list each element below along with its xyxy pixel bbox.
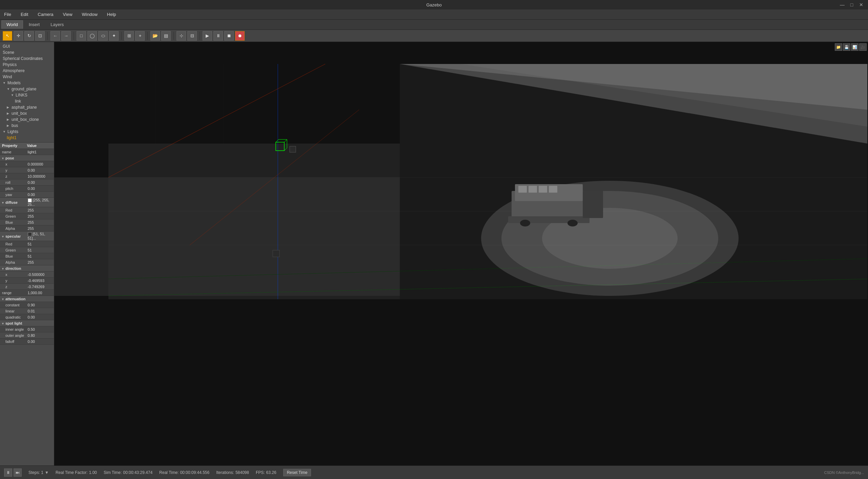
- rotate-tool-button[interactable]: ↻: [24, 31, 34, 41]
- prop-value-pose-z[interactable]: 10.000000: [27, 174, 54, 178]
- prop-name-dir-x: x: [1, 273, 27, 277]
- prop-value-yaw[interactable]: 0.00: [27, 193, 54, 197]
- menu-help[interactable]: Help: [105, 11, 118, 18]
- vp-screenshot-button[interactable]: 📊: [851, 43, 859, 51]
- prop-value-name[interactable]: light1: [27, 150, 54, 154]
- prop-value-diffuse-red[interactable]: 255: [27, 208, 54, 212]
- sphere-tool-button[interactable]: ◯: [87, 31, 97, 41]
- tree-item-unit-box-clone[interactable]: ▶ unit_box_clone: [0, 116, 54, 123]
- vp-save-button[interactable]: 💾: [843, 43, 850, 51]
- restore-button[interactable]: □: [848, 1, 855, 8]
- align-button[interactable]: ⊟: [187, 31, 197, 41]
- save-button[interactable]: ▤: [161, 31, 171, 41]
- prop-value-pose-x[interactable]: 0.000000: [27, 162, 54, 166]
- svg-rect-22: [539, 186, 547, 193]
- prop-name-specular-blue: Blue: [1, 254, 27, 258]
- redo-button[interactable]: →: [61, 31, 71, 41]
- prop-group-direction: ▼direction: [1, 266, 27, 270]
- snap-button[interactable]: ⊹: [177, 31, 186, 41]
- translate-tool-button[interactable]: ✛: [14, 31, 23, 41]
- undo-button[interactable]: ←: [50, 31, 60, 41]
- prop-value-quadratic[interactable]: 0.00: [27, 315, 54, 319]
- prop-group-attenuation: ▼attenuation: [1, 297, 27, 301]
- tree-item-unit-box[interactable]: ▶ unit_box: [0, 110, 54, 116]
- tree-item-spherical[interactable]: Spherical Coordinates: [0, 56, 54, 62]
- scale-tool-button[interactable]: ⊡: [35, 31, 45, 41]
- tree-item-wind[interactable]: Wind: [0, 74, 54, 80]
- menu-window[interactable]: Window: [80, 11, 100, 18]
- prop-row-pose[interactable]: ▼pose: [0, 155, 54, 161]
- window-controls: — □ ✕: [839, 0, 865, 9]
- toolbar-separator-4: [147, 32, 148, 40]
- prop-row-direction[interactable]: ▼direction: [0, 265, 54, 271]
- open-button[interactable]: 📂: [150, 31, 160, 41]
- prop-row-diffuse[interactable]: ▼diffuse [255, 255, 25...: [0, 198, 54, 207]
- menu-camera[interactable]: Camera: [36, 11, 55, 18]
- prop-value-dir-x[interactable]: -0.500000: [27, 273, 54, 277]
- box-tool-button[interactable]: □: [77, 31, 86, 41]
- reset-time-button[interactable]: Reset Time: [283, 469, 311, 476]
- tree-item-light1[interactable]: light1: [0, 135, 54, 141]
- prop-value-linear[interactable]: 0.01: [27, 309, 54, 313]
- prop-row-attenuation[interactable]: ▼attenuation: [0, 296, 54, 302]
- tree-item-gui[interactable]: GUI: [0, 43, 54, 49]
- pause-button[interactable]: ⏸: [213, 31, 223, 41]
- prop-value-range[interactable]: 1,000.00: [27, 291, 54, 295]
- tab-world[interactable]: World: [1, 20, 23, 29]
- measure-button[interactable]: ⌖: [135, 31, 145, 41]
- prop-value-dir-z[interactable]: -0.749269: [27, 285, 54, 289]
- prop-value-outer-angle[interactable]: 0.80: [27, 333, 54, 338]
- tree-item-physics[interactable]: Physics: [0, 62, 54, 68]
- tab-insert[interactable]: Insert: [24, 20, 45, 29]
- statusbar-pause-button[interactable]: ⏸: [4, 469, 12, 477]
- toolbar-separator-1: [47, 32, 48, 40]
- cylinder-tool-button[interactable]: ⬭: [98, 31, 108, 41]
- tree-item-atmosphere[interactable]: Atmosphere: [0, 68, 54, 74]
- toolbar-separator-6: [200, 32, 200, 40]
- prop-value-specular-blue[interactable]: 51: [27, 254, 54, 258]
- menu-edit[interactable]: Edit: [19, 11, 30, 18]
- minimize-button[interactable]: —: [839, 1, 846, 8]
- tree-item-scene[interactable]: Scene: [0, 49, 54, 56]
- svg-rect-34: [290, 146, 296, 152]
- prop-value-inner-angle[interactable]: 0.50: [27, 327, 54, 331]
- menu-view[interactable]: View: [61, 11, 75, 18]
- tree-item-ground-plane[interactable]: ▼ ground_plane: [0, 86, 54, 92]
- toolbar-separator-3: [121, 32, 122, 40]
- steps-dropdown-arrow[interactable]: ▼: [45, 470, 49, 475]
- prop-value-specular-red[interactable]: 51: [27, 242, 54, 246]
- prop-row-specular[interactable]: ▼specular [51, 51, 51]...: [0, 232, 54, 241]
- tab-layers[interactable]: Layers: [45, 20, 69, 29]
- tree-item-links[interactable]: ▼ LINKS: [0, 92, 54, 98]
- prop-value-pitch[interactable]: 0.00: [27, 187, 54, 191]
- prop-value-diffuse-green[interactable]: 255: [27, 214, 54, 218]
- play-button[interactable]: ▶: [203, 31, 212, 41]
- tree-item-bus[interactable]: ▶ bus: [0, 123, 54, 129]
- prop-value-falloff[interactable]: 0.00: [27, 340, 54, 344]
- prop-row-spotlight[interactable]: ▼spot light: [0, 320, 54, 326]
- prop-value-dir-y[interactable]: -0.469593: [27, 279, 54, 283]
- tree-item-models[interactable]: ▼ Models: [0, 80, 54, 86]
- prop-value-specular-alpha[interactable]: 255: [27, 260, 54, 264]
- 3d-viewport[interactable]: 📁 💾 📊 🎥: [54, 42, 868, 465]
- prop-value-diffuse-blue[interactable]: 255: [27, 220, 54, 224]
- real-time-factor-display: Real Time Factor: 1.00: [56, 470, 97, 475]
- tree-item-lights[interactable]: ▼ Lights: [0, 129, 54, 135]
- prop-value-constant[interactable]: 0.90: [27, 303, 54, 307]
- stop-button[interactable]: ⏹: [224, 31, 234, 41]
- select-tool-button[interactable]: ↖: [3, 31, 12, 41]
- prop-value-roll[interactable]: 0.00: [27, 180, 54, 184]
- prop-value-pose-y[interactable]: 0.00: [27, 168, 54, 172]
- prop-value-specular-green[interactable]: 51: [27, 248, 54, 252]
- tree-item-asphalt[interactable]: ▶ asphalt_plane: [0, 104, 54, 110]
- light-tool-button[interactable]: ✦: [109, 31, 119, 41]
- statusbar-step-forward-button[interactable]: ⏭: [14, 469, 22, 477]
- prop-value-diffuse-alpha[interactable]: 255: [27, 226, 54, 231]
- close-button[interactable]: ✕: [858, 1, 865, 8]
- record-button[interactable]: ⏺: [235, 31, 245, 41]
- vp-open-button[interactable]: 📁: [835, 43, 842, 51]
- menu-file[interactable]: File: [2, 11, 13, 18]
- tree-item-link[interactable]: link: [0, 98, 54, 104]
- grid-button[interactable]: ⊞: [124, 31, 134, 41]
- vp-record-button[interactable]: 🎥: [859, 43, 867, 51]
